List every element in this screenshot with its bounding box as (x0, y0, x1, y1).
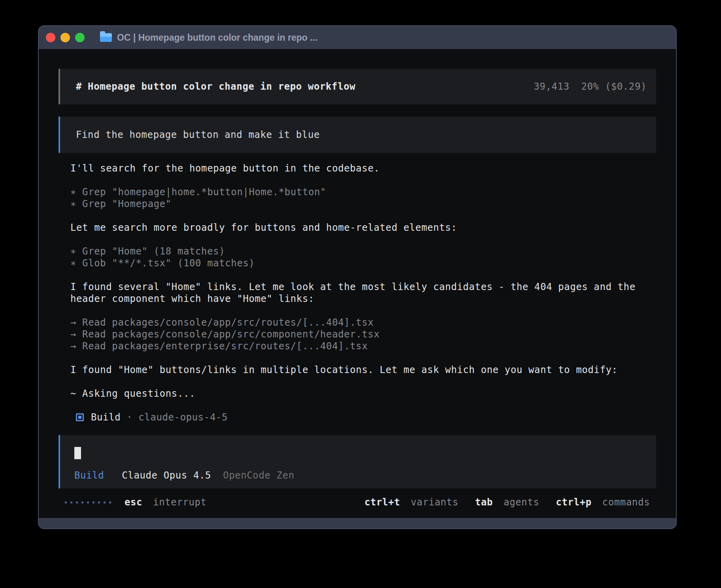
tool-call-grep: ∗ Grep "homepage|home.*button|Home.*butt… (70, 186, 644, 198)
titlebar: OC | Homepage button color change in rep… (39, 26, 676, 49)
terminal-window: OC | Homepage button color change in rep… (38, 25, 677, 529)
model-label: Claude Opus 4.5 (122, 470, 211, 481)
shortcut-interrupt: esc interrupt (125, 496, 207, 508)
shortcut-agents: tab agents (475, 496, 540, 508)
window-title: OC | Homepage button color change in rep… (117, 32, 317, 43)
tool-call-grep: ∗ Grep "Home" (18 matches) (70, 245, 644, 257)
assistant-paragraph: I'll search for the homepage button in t… (70, 162, 643, 174)
session-title: # Homepage button color change in repo w… (76, 81, 355, 92)
assistant-paragraph: I found "Home" buttons/links in multiple… (70, 364, 643, 376)
mode-label: Build (74, 470, 104, 481)
spinner-dot (70, 501, 72, 503)
shortcut-key: esc (125, 497, 142, 508)
spinner-dot (76, 501, 78, 503)
activity-spinner (65, 501, 111, 503)
agent-square-icon (76, 413, 84, 421)
shortcut-label: interrupt (153, 497, 206, 508)
user-message-text: Find the homepage button and make it blu… (76, 129, 320, 141)
shortcut-key: tab (475, 497, 493, 508)
prompt-input[interactable]: Build Claude Opus 4.5 OpenCode Zen (59, 435, 656, 488)
shortcut-label: agents (504, 497, 539, 508)
session-header: # Homepage button color change in repo w… (59, 69, 656, 104)
spinner-dot (98, 501, 100, 503)
assistant-status-line: ~ Asking questions... (70, 388, 643, 400)
shortcut-label: variants (411, 497, 458, 508)
provider-label: OpenCode Zen (223, 470, 294, 481)
assistant-transcript: I'll search for the homepage button in t… (59, 162, 656, 423)
tool-call-group: → Read packages/console/app/src/routes/[… (70, 317, 644, 352)
tool-call-grep: ∗ Grep "Homepage" (70, 198, 644, 210)
assistant-paragraph: I found several "Home" links. Let me loo… (70, 281, 643, 305)
window-footer (39, 518, 676, 528)
spinner-dot (92, 501, 94, 503)
agent-name: Build (91, 411, 121, 423)
spinner-dot (81, 501, 83, 503)
status-bar: esc interrupt ctrl+t variants tab agents… (59, 496, 656, 508)
spinner-dot (109, 501, 111, 503)
status-left: esc interrupt (65, 496, 207, 508)
tool-call-glob: ∗ Glob "**/*.tsx" (100 matches) (70, 257, 644, 269)
shortcut-label: commands (602, 497, 650, 508)
spinner-dot (87, 501, 89, 503)
tool-call-read: → Read packages/console/app/src/routes/[… (70, 317, 644, 328)
assistant-paragraph: Let me search more broadly for buttons a… (70, 222, 643, 234)
spinner-dot (65, 501, 67, 503)
text-cursor (74, 447, 81, 459)
close-button[interactable] (46, 33, 55, 42)
shortcut-key: ctrl+t (364, 497, 400, 508)
tool-call-read: → Read packages/enterprise/src/routes/[.… (70, 340, 644, 352)
tool-call-group: ∗ Grep "homepage|home.*button|Home.*butt… (70, 186, 644, 210)
context-usage: 20% ($0.29) (581, 81, 647, 92)
agent-status-row: Build · claude-opus-4-5 (70, 411, 644, 423)
status-right: ctrl+t variants tab agents ctrl+p comman… (364, 496, 650, 508)
session-stats: 39,413 20% ($0.29) (534, 81, 647, 92)
shortcut-variants: ctrl+t variants (364, 496, 459, 508)
token-count: 39,413 (534, 81, 569, 92)
agent-separator: · (126, 411, 132, 423)
editor-meta: Build Claude Opus 4.5 OpenCode Zen (74, 469, 642, 481)
shortcut-commands: ctrl+p commands (556, 496, 650, 508)
user-message: Find the homepage button and make it blu… (59, 117, 656, 153)
tool-call-read: → Read packages/console/app/src/componen… (70, 328, 644, 340)
minimize-button[interactable] (60, 33, 70, 42)
shortcut-key: ctrl+p (556, 497, 591, 508)
folder-icon (100, 33, 112, 42)
tool-call-group: ∗ Grep "Home" (18 matches) ∗ Glob "**/*.… (70, 245, 644, 269)
spinner-dot (104, 501, 106, 503)
terminal-content: # Homepage button color change in repo w… (39, 49, 676, 518)
zoom-button[interactable] (75, 33, 85, 42)
agent-model: claude-opus-4-5 (138, 411, 228, 423)
